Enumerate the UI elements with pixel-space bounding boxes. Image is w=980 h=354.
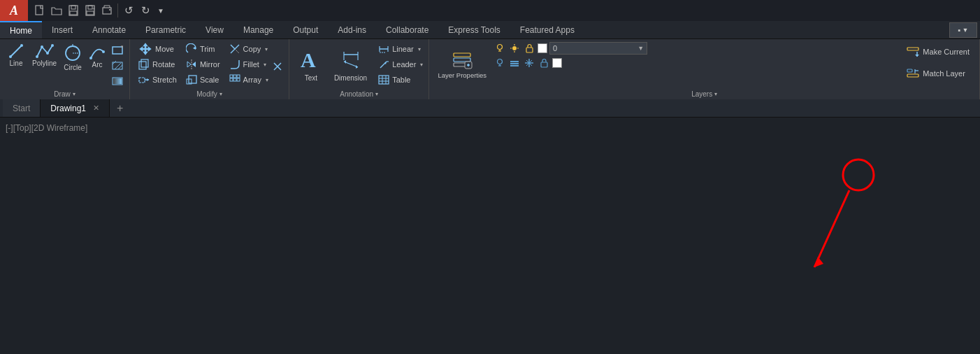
svg-rect-3 xyxy=(70,11,77,15)
drawing1-close-icon[interactable]: ✕ xyxy=(93,104,99,113)
layer-color-swatch[interactable] xyxy=(538,43,547,53)
layer-light-icon[interactable] xyxy=(493,42,506,55)
new-icon[interactable] xyxy=(32,3,48,18)
svg-point-80 xyxy=(498,45,503,50)
layers-group: Layer Properties xyxy=(429,39,980,99)
layer-color2-swatch[interactable] xyxy=(552,58,562,68)
annotation-group: A Text Dimension xyxy=(289,39,430,99)
tab-collaborate[interactable]: Collaborate xyxy=(376,21,438,38)
add-tab-button[interactable]: + xyxy=(110,100,130,117)
rectangle-tool[interactable]: ▾ xyxy=(110,43,125,57)
fillet-tool[interactable]: Fillet xyxy=(225,57,264,71)
quickaccess-dropdown-icon[interactable]: ▼ xyxy=(154,3,167,18)
gradient-tool[interactable] xyxy=(110,74,125,88)
svg-rect-2 xyxy=(71,6,75,9)
polyline-label: Polyline xyxy=(32,59,57,67)
svg-point-83 xyxy=(512,46,517,50)
layer-lock-icon[interactable] xyxy=(523,42,535,55)
saveas-icon[interactable]: + xyxy=(82,3,98,18)
circle-tool[interactable]: Circle xyxy=(61,42,85,73)
copy-tool[interactable]: Rotate xyxy=(134,57,181,71)
mirror-label: Mirror xyxy=(200,60,220,69)
array-tool[interactable]: Array xyxy=(225,73,266,87)
doc-tab-start[interactable]: Start xyxy=(3,99,41,117)
svg-point-14 xyxy=(41,45,43,48)
undo-icon[interactable]: ↺ xyxy=(121,3,136,18)
svg-rect-75 xyxy=(454,58,470,62)
array-dropdown-icon[interactable]: ▾ xyxy=(266,77,268,83)
layer-name-dropdown[interactable]: 0 ▼ xyxy=(549,42,647,55)
tab-view[interactable]: View xyxy=(196,21,233,38)
make-current-button[interactable]: Make Current xyxy=(901,42,975,62)
svg-marker-38 xyxy=(187,62,191,67)
text-tool[interactable]: A Text xyxy=(295,42,327,87)
layer-layers-icon[interactable] xyxy=(508,57,521,69)
save-icon[interactable] xyxy=(66,3,81,18)
plot-icon[interactable] xyxy=(99,3,115,18)
app-button[interactable]: A xyxy=(0,0,28,21)
svg-rect-47 xyxy=(230,75,233,78)
svg-rect-88 xyxy=(526,48,533,52)
tab-addins[interactable]: Add-ins xyxy=(328,21,376,38)
dimension-tool[interactable]: Dimension xyxy=(330,42,371,87)
svg-point-15 xyxy=(46,52,49,55)
move-tool[interactable]: Move xyxy=(134,42,181,56)
modify-chevron-icon[interactable]: ▾ xyxy=(219,91,222,97)
polyline-tool[interactable]: Polyline xyxy=(30,42,59,69)
match-layer-button[interactable]: Match Layer xyxy=(901,64,975,83)
layer-light2-icon[interactable] xyxy=(493,57,506,69)
tab-home[interactable]: Home xyxy=(0,21,42,38)
circle-label: Circle xyxy=(64,64,82,71)
svg-rect-94 xyxy=(510,65,519,66)
svg-point-12 xyxy=(20,44,23,47)
layers-chevron-icon[interactable]: ▾ xyxy=(714,91,717,97)
fillet-dropdown-icon[interactable]: ▾ xyxy=(264,62,266,68)
draw-group: Line Polyline Circle Arc ▾ xyxy=(0,39,130,99)
line-tool[interactable]: Line xyxy=(4,42,28,69)
tab-output[interactable]: Output xyxy=(283,21,328,38)
redo-icon[interactable]: ↻ xyxy=(138,3,153,18)
make-current-label: Make Current xyxy=(923,48,970,56)
table-tool[interactable]: Table xyxy=(374,73,423,87)
linear-tool[interactable]: Linear xyxy=(374,42,418,56)
svg-rect-103 xyxy=(907,69,912,72)
scale-tool[interactable]: Scale xyxy=(182,73,224,87)
trim-tool[interactable]: Copy xyxy=(225,42,266,56)
leader-tool[interactable]: Leader xyxy=(374,57,420,71)
linear-dropdown-icon[interactable]: ▾ xyxy=(418,46,421,52)
layer-lock2-icon[interactable] xyxy=(538,57,550,69)
svg-rect-74 xyxy=(454,53,470,57)
align-tool[interactable] xyxy=(271,59,284,73)
linear-label: Linear xyxy=(392,45,414,53)
layer-sun-icon[interactable] xyxy=(508,42,521,55)
svg-point-11 xyxy=(9,55,12,58)
leader-dropdown-icon[interactable]: ▾ xyxy=(420,62,423,68)
svg-rect-52 xyxy=(237,78,240,81)
tab-insert[interactable]: Insert xyxy=(42,21,82,38)
rotate-tool[interactable]: Trim xyxy=(182,42,224,56)
draw-chevron-icon[interactable]: ▾ xyxy=(73,91,75,97)
open-icon[interactable] xyxy=(49,3,64,18)
tab-manage[interactable]: Manage xyxy=(233,21,283,38)
stretch-tool[interactable]: Stretch xyxy=(134,73,181,87)
svg-rect-31 xyxy=(139,62,146,69)
tab-express-tools[interactable]: Express Tools xyxy=(438,21,510,38)
svg-rect-8 xyxy=(103,8,111,14)
svg-marker-35 xyxy=(147,78,149,81)
doc-tab-drawing1[interactable]: Drawing1 ✕ xyxy=(41,99,110,117)
mirror-tool[interactable]: Mirror xyxy=(182,57,224,71)
tab-parametric[interactable]: Parametric xyxy=(136,21,196,38)
trim-dropdown-icon[interactable]: ▾ xyxy=(265,46,268,52)
tab-annotate[interactable]: Annotate xyxy=(82,21,136,38)
svg-text:+: + xyxy=(92,6,95,11)
layer-freeze-icon[interactable] xyxy=(523,57,535,69)
modify-group-label: Modify xyxy=(196,90,217,98)
annotation-chevron-icon[interactable]: ▾ xyxy=(375,91,378,97)
hatch-tool[interactable] xyxy=(110,59,125,73)
tab-featured-apps[interactable]: Featured Apps xyxy=(510,21,584,38)
arc-tool[interactable]: Arc xyxy=(87,42,108,70)
fillet-label: Fillet xyxy=(243,60,259,69)
workspace-button[interactable]: ▪ ▼ xyxy=(949,22,977,38)
svg-rect-49 xyxy=(237,75,240,78)
layer-properties-button[interactable]: Layer Properties xyxy=(433,42,491,87)
